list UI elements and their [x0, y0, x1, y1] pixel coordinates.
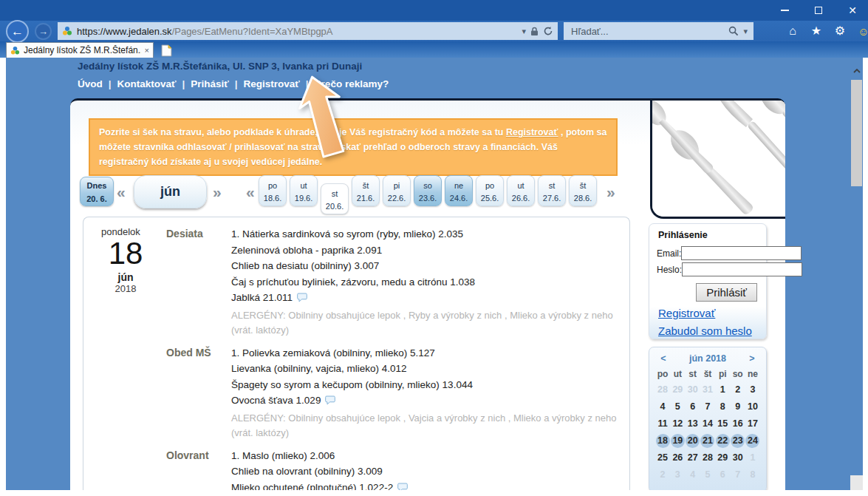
day-button-23-6[interactable]: so23.6.: [414, 175, 442, 206]
calendar-day-29[interactable]: 29: [715, 449, 730, 466]
calendar-day-16[interactable]: 16: [731, 415, 745, 432]
day-button-22-6[interactable]: pi22.6.: [383, 175, 411, 206]
calendar-day-14[interactable]: 14: [700, 415, 715, 432]
password-field[interactable]: [682, 262, 802, 276]
calendar-day-25[interactable]: 25: [655, 449, 670, 466]
calendar-day-12[interactable]: 12: [670, 415, 685, 432]
search-icon[interactable]: [728, 26, 739, 36]
calendar-day-27[interactable]: 27: [686, 449, 700, 466]
calendar-week: 28293031123: [655, 381, 760, 398]
calendar-prev-icon[interactable]: <: [658, 353, 669, 364]
scroll-down-button[interactable]: [850, 475, 863, 490]
nav-item-uvod[interactable]: Úvod: [78, 78, 103, 89]
calendar-day-30[interactable]: 30: [731, 449, 745, 466]
calendar-day-29[interactable]: 29: [670, 381, 685, 398]
day-button-26-6[interactable]: ut26.6.: [507, 175, 535, 206]
day-button-24-6[interactable]: ne24.6.: [445, 175, 473, 206]
comment-bubble-icon[interactable]: [297, 293, 307, 302]
calendar-day-2[interactable]: 2: [655, 466, 670, 483]
home-icon[interactable]: ⌂: [785, 25, 801, 37]
calendar-day-19[interactable]: 19: [670, 432, 685, 449]
nav-item-kontaktovat[interactable]: Kontaktovať: [117, 78, 177, 89]
login-button[interactable]: Prihlásiť: [696, 283, 757, 302]
calendar-day-13[interactable]: 13: [686, 415, 700, 432]
search-input[interactable]: [570, 25, 724, 38]
notice-register-link[interactable]: Registrovať: [506, 127, 558, 137]
today-button[interactable]: Dnes 20. 6.: [80, 177, 114, 206]
scrollbar-thumb[interactable]: [851, 80, 862, 186]
next-month-chevron[interactable]: »: [213, 184, 222, 200]
day-button-25-6[interactable]: po25.6.: [476, 175, 504, 206]
link-registrovat[interactable]: Registrovať: [658, 307, 759, 319]
comment-bubble-icon[interactable]: [397, 483, 408, 491]
prev-month-chevron[interactable]: «: [117, 184, 126, 200]
calendar-day-10[interactable]: 10: [745, 398, 760, 415]
refresh-icon[interactable]: [543, 26, 553, 36]
calendar-day-20[interactable]: 20: [686, 432, 700, 449]
calendar-day-22[interactable]: 22: [715, 432, 730, 449]
minimize-button[interactable]: [773, 1, 796, 19]
calendar-day-15[interactable]: 15: [715, 415, 730, 432]
maximize-button[interactable]: [807, 1, 830, 19]
calendar-day-24[interactable]: 24: [745, 432, 760, 449]
calendar-day-7[interactable]: 7: [731, 466, 745, 483]
calendar-day-18[interactable]: 18: [655, 432, 670, 449]
calendar-day-4[interactable]: 4: [686, 466, 700, 483]
forward-button[interactable]: →: [35, 23, 52, 40]
new-tab-button[interactable]: [157, 44, 175, 57]
allergen-note: ALERGÉNY: Obilniny obsahujúce lepok , Ry…: [231, 308, 618, 338]
calendar-day-2[interactable]: 2: [731, 381, 745, 398]
comment-bubble-icon[interactable]: [325, 395, 335, 405]
calendar-day-8[interactable]: 8: [715, 398, 730, 415]
feedback-smiley-icon[interactable]: ☺: [855, 26, 868, 37]
lock-icon[interactable]: [530, 27, 539, 36]
calendar-day-6[interactable]: 6: [686, 398, 700, 415]
tab-close-icon[interactable]: ×: [145, 46, 149, 55]
calendar-day-21[interactable]: 21: [700, 432, 715, 449]
calendar-day-9[interactable]: 9: [731, 398, 745, 415]
calendar-day-31[interactable]: 31: [700, 381, 715, 398]
day-button-28-6[interactable]: št28.6.: [569, 175, 597, 206]
scroll-up-icon[interactable]: [850, 65, 863, 77]
calendar-day-7[interactable]: 7: [700, 398, 715, 415]
email-field[interactable]: [681, 246, 802, 260]
favorites-star-icon[interactable]: ★: [808, 25, 824, 37]
search-dropdown-icon[interactable]: ▾: [743, 27, 748, 36]
day-button-19-6[interactable]: ut19.6.: [290, 175, 318, 206]
month-button[interactable]: jún: [134, 175, 207, 208]
address-dropdown-icon[interactable]: ▾: [522, 27, 526, 36]
calendar-day-23[interactable]: 23: [731, 432, 745, 449]
calendar-day-1[interactable]: 1: [745, 449, 760, 466]
calendar-day-11[interactable]: 11: [655, 415, 670, 432]
calendar-day-30[interactable]: 30: [686, 381, 700, 398]
page-scrollbar[interactable]: [850, 58, 863, 490]
calendar-day-8[interactable]: 8: [745, 466, 760, 483]
calendar-day-1[interactable]: 1: [715, 381, 730, 398]
close-button[interactable]: ✕: [841, 1, 864, 19]
calendar-day-17[interactable]: 17: [745, 415, 760, 432]
next-week-chevron[interactable]: »: [606, 184, 615, 200]
nav-item-prihasit[interactable]: Prihásiť: [191, 78, 229, 89]
calendar-day-3[interactable]: 3: [745, 381, 760, 398]
browser-tab[interactable]: Jedálny lístok ZŠ M.R.Štefán... ×: [6, 42, 154, 58]
calendar-day-4[interactable]: 4: [655, 398, 670, 415]
calendar-next-icon[interactable]: >: [747, 353, 757, 364]
day-button-21-6[interactable]: št21.6.: [352, 175, 380, 206]
day-button-18-6[interactable]: po18.6.: [259, 175, 287, 206]
back-button[interactable]: ←: [6, 20, 29, 43]
calendar-day-26[interactable]: 26: [670, 449, 685, 466]
link-zabudol-som-heslo[interactable]: Zabudol som heslo: [658, 325, 759, 337]
address-bar[interactable]: https://www.jedalen.sk/Pages/EatMenu?Ide…: [58, 22, 558, 40]
calendar-day-6[interactable]: 6: [715, 466, 730, 483]
nav-item-registrovat[interactable]: Registrovať: [244, 78, 300, 89]
settings-gear-icon[interactable]: ⚙: [832, 25, 848, 37]
calendar-day-28[interactable]: 28: [655, 381, 670, 398]
calendar-day-28[interactable]: 28: [700, 449, 715, 466]
calendar-day-5[interactable]: 5: [670, 398, 685, 415]
prev-week-chevron[interactable]: «: [246, 184, 255, 200]
day-button-27-6[interactable]: st27.6.: [538, 175, 566, 206]
calendar-day-3[interactable]: 3: [670, 466, 685, 483]
search-box[interactable]: ▾: [564, 22, 753, 40]
day-button-20-6[interactable]: st20.6.: [321, 183, 349, 214]
calendar-day-5[interactable]: 5: [700, 466, 715, 483]
